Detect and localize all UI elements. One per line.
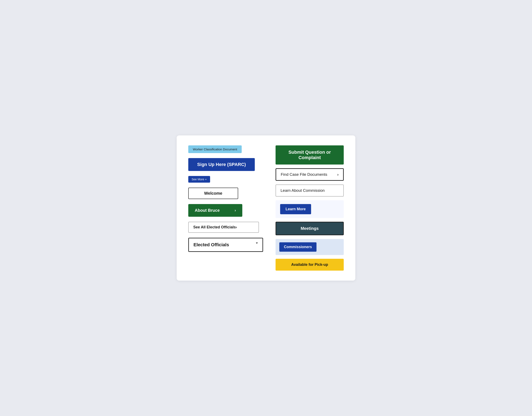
- welcome-button[interactable]: Welcome: [188, 188, 238, 199]
- elected-officials-chevron-icon: ˅: [256, 242, 258, 248]
- worker-classification-button[interactable]: Worker Classification Document: [188, 145, 242, 153]
- submit-question-complaint-button[interactable]: Submit Question or Complaint: [276, 145, 344, 165]
- about-bruce-chevron-icon: ›: [235, 208, 236, 213]
- see-more-button[interactable]: See More +: [188, 176, 210, 183]
- two-column-layout: Worker Classification Document Sign Up H…: [188, 145, 344, 271]
- sign-up-sparc-button[interactable]: Sign Up Here (SPARC): [188, 158, 255, 171]
- elected-officials-label: Elected Officials: [193, 242, 229, 248]
- learn-more-button[interactable]: Learn More: [280, 204, 311, 214]
- available-for-pickup-button[interactable]: Available for Pick-up: [276, 259, 344, 271]
- find-case-label: Find Case File Documents: [281, 172, 327, 177]
- commissioners-button[interactable]: Commissioners: [279, 242, 316, 252]
- main-card: Worker Classification Document Sign Up H…: [177, 135, 355, 281]
- commissioners-container: Commissioners: [276, 239, 344, 255]
- find-case-chevron-icon: ›: [337, 172, 339, 177]
- learn-more-container: Learn More: [276, 200, 344, 218]
- meetings-button[interactable]: Meetings: [276, 222, 344, 235]
- find-case-file-button[interactable]: Find Case File Documents ›: [276, 168, 344, 181]
- about-bruce-label: About Bruce: [195, 208, 220, 213]
- right-column: Submit Question or Complaint Find Case F…: [276, 145, 344, 271]
- left-column: Worker Classification Document Sign Up H…: [188, 145, 263, 271]
- about-bruce-button[interactable]: About Bruce ›: [188, 204, 242, 217]
- learn-about-commission-button[interactable]: Learn About Commission: [276, 185, 344, 197]
- elected-officials-button[interactable]: Elected Officials ˅: [188, 238, 263, 252]
- see-all-officials-button[interactable]: See All Elected Officials›: [188, 222, 259, 233]
